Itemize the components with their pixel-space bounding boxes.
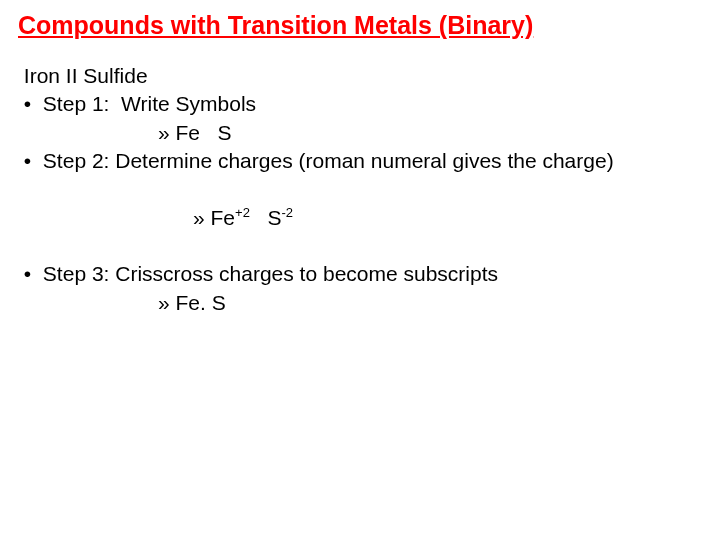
slide-title: Compounds with Transition Metals (Binary… xyxy=(18,10,702,40)
step-2: • Step 2: Determine charges (roman numer… xyxy=(18,147,702,175)
s-charge: -2 xyxy=(281,205,293,220)
slide-body: Iron II Sulfide • Step 1: Write Symbols … xyxy=(18,62,702,317)
step-2-mid: S xyxy=(250,206,282,229)
compound-name: Iron II Sulfide xyxy=(18,62,702,90)
step-1: • Step 1: Write Symbols xyxy=(18,90,702,118)
step-2-prefix: » Fe xyxy=(193,206,235,229)
step-3-sub: » Fe. S xyxy=(158,289,702,317)
step-2-sub: » Fe+2 S-2 xyxy=(158,175,702,260)
step-3: • Step 3: Crisscross charges to become s… xyxy=(18,260,702,288)
step-1-sub: » Fe S xyxy=(158,119,702,147)
fe-charge: +2 xyxy=(235,205,250,220)
slide: Compounds with Transition Metals (Binary… xyxy=(0,0,720,540)
